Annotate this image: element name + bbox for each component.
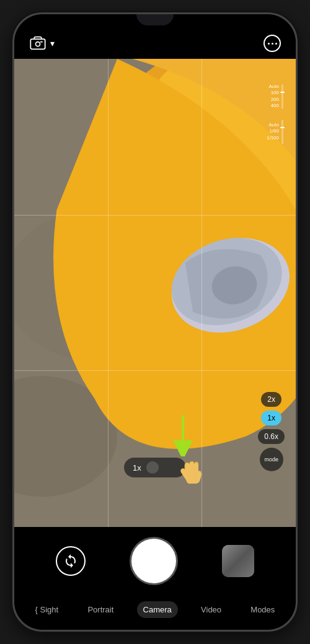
shutter-speed-control: Auto1/601/100: [267, 120, 283, 144]
tab-video-label: Video: [201, 605, 221, 614]
gallery-thumbnail-button[interactable]: [222, 545, 254, 577]
zoom-controls: 2x 1x 0.6x mode: [258, 392, 285, 471]
tab-camera-label: Camera: [143, 605, 172, 614]
dot1: [268, 43, 270, 45]
mode-button[interactable]: mode: [260, 448, 283, 471]
svg-rect-0: [30, 39, 45, 49]
dot3: [275, 43, 277, 45]
dot2: [272, 43, 273, 45]
more-options-button[interactable]: [264, 35, 281, 52]
zoom-2x-button[interactable]: 2x: [261, 392, 281, 407]
shutter-button[interactable]: [131, 539, 176, 583]
shutter-label: Auto1/601/100: [267, 122, 279, 141]
exposure-controls: Auto100200400 Auto1/601/100: [267, 84, 283, 144]
flip-camera-button[interactable]: [56, 546, 86, 576]
phone-frame: ▾: [12, 12, 298, 632]
iso-control: Auto100200400: [269, 84, 283, 110]
tab-camera[interactable]: Camera: [137, 601, 178, 618]
phone-screen: ▾: [14, 14, 296, 630]
tab-night-sight-label: { Sight: [35, 605, 59, 614]
top-left-controls: ▾: [29, 35, 55, 52]
zoom-handle[interactable]: [146, 461, 159, 474]
zoom-current-value: 1x: [133, 463, 141, 472]
mode-label: mode: [264, 456, 278, 463]
iso-bar[interactable]: [281, 84, 283, 109]
tab-modes-label: Modes: [250, 605, 275, 614]
mode-tabs-bar: { Sight Portrait Camera Video Modes: [14, 595, 296, 630]
tab-portrait-label: Portrait: [87, 605, 113, 614]
viewfinder[interactable]: Auto100200400 Auto1/601/100 2x 1x 0.6x m…: [14, 59, 296, 527]
chevron-down-icon[interactable]: ▾: [50, 38, 55, 49]
zoom-06x-button[interactable]: 0.6x: [258, 429, 285, 444]
notch: [136, 14, 174, 25]
tab-video[interactable]: Video: [195, 601, 228, 618]
tab-portrait[interactable]: Portrait: [81, 601, 120, 618]
zoom-slider[interactable]: 1x: [124, 458, 186, 477]
iso-label: Auto100200400: [269, 84, 279, 110]
gallery-preview-image: [222, 545, 254, 577]
camera-controls-bar: [14, 527, 296, 595]
tab-modes[interactable]: Modes: [244, 601, 281, 618]
shutter-bar[interactable]: [281, 120, 283, 144]
tab-night-sight[interactable]: { Sight: [29, 601, 65, 618]
camera-switch-icon[interactable]: [29, 35, 46, 52]
svg-point-1: [36, 42, 40, 46]
zoom-1x-button[interactable]: 1x: [261, 411, 281, 425]
top-right-controls: [264, 35, 281, 52]
